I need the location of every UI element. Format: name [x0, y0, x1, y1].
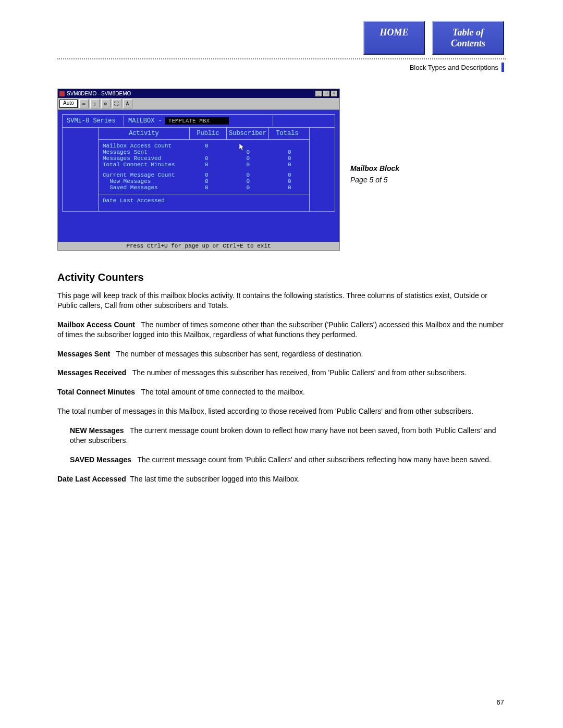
row-public: 0 [187, 172, 226, 178]
new-term: NEW Messages [70, 426, 124, 435]
row-label: Saved Messages [99, 184, 187, 191]
row-public: 0 [187, 143, 226, 149]
mailbox-label: MAILBOX - [128, 117, 162, 125]
screenshot-window: SVM8DEMO - SVM8DEMO _ □ × Auto ▭ ▯ ⚙ ⛶ A… [57, 89, 340, 251]
saved-term: SAVED Messages [70, 455, 131, 464]
row-label: Messages Sent [99, 149, 187, 155]
col-public: Public [190, 128, 227, 139]
series-label: SVMi-8 Series [63, 116, 124, 126]
row-public: 0 [187, 184, 226, 191]
mailbox-field[interactable]: TEMPLATE MBX [165, 117, 229, 125]
row-label: Mailbox Access Count [99, 143, 187, 149]
row-subscriber: 0 [226, 149, 270, 155]
tcm-term: Total Connect Minutes [57, 388, 135, 396]
breadcrumb: Block Types and Descriptions [410, 63, 504, 72]
caption-title: Mailbox Block [350, 164, 399, 172]
breadcrumb-text: Block Types and Descriptions [410, 64, 498, 71]
toolbar-full-icon[interactable]: ⛶ [112, 99, 121, 108]
row-subscriber: 0 [226, 172, 270, 178]
ms-term: Messages Sent [57, 350, 110, 358]
row-subscriber: 0 [226, 162, 270, 168]
side-caption: Mailbox Block Page 5 of 5 [350, 164, 399, 184]
toolbar-props-icon[interactable]: ⚙ [101, 99, 111, 108]
toc-button[interactable]: Table of Contents [432, 21, 504, 55]
toolbar-paste-icon[interactable]: ▯ [90, 99, 100, 108]
row-subscriber: 0 [226, 184, 270, 191]
left-gutter [62, 128, 99, 212]
app-icon [59, 91, 65, 96]
mac-term: Mailbox Access Count [57, 320, 135, 329]
auto-select[interactable]: Auto [59, 100, 78, 108]
breadcrumb-marker [501, 63, 504, 72]
header-row: SVMi-8 Series MAILBOX - TEMPLATE MBX Pag… [62, 114, 335, 128]
col-activity: Activity [99, 128, 190, 139]
page-number: 67 [497, 698, 504, 706]
window-title: SVM8DEMO - SVM8DEMO [67, 91, 131, 96]
dla-term: Date Last Accessed [57, 475, 126, 483]
caption-page: Page 5 of 5 [350, 176, 399, 184]
row-label: Current Message Count [99, 172, 187, 178]
row-subscriber [226, 143, 270, 149]
row-label: New Messages [99, 178, 187, 184]
col-subscriber: Subscriber [227, 128, 269, 139]
mr-term: Messages Received [57, 368, 126, 377]
page-indicator: Page 5 of 5 [273, 0, 335, 485]
home-button[interactable]: HOME [363, 21, 425, 55]
row-public: 0 [187, 155, 226, 162]
row-public [187, 149, 226, 155]
toolbar-font-icon[interactable]: A [123, 99, 132, 108]
toc-line1: Table of [445, 27, 492, 38]
row-public: 0 [187, 162, 226, 168]
toolbar-copy-icon[interactable]: ▭ [79, 99, 89, 108]
row-label: Total Connect Minutes [99, 162, 187, 168]
row-label: Messages Received [99, 155, 187, 162]
row-subscriber: 0 [226, 155, 270, 162]
toc-line2: Contents [445, 38, 492, 49]
row-subscriber: 0 [226, 178, 270, 184]
row-public: 0 [187, 178, 226, 184]
